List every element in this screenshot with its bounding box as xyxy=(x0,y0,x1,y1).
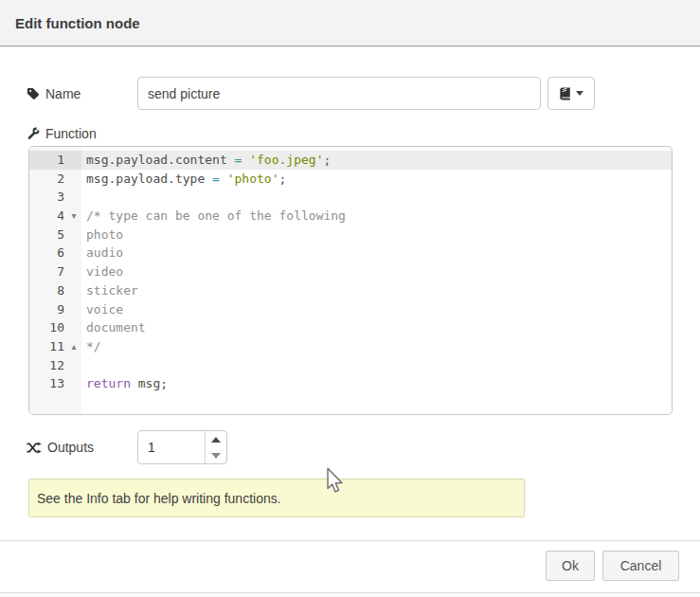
code-text: photo xyxy=(81,226,672,244)
fold-up-icon[interactable]: ▴ xyxy=(66,337,81,356)
outputs-input[interactable] xyxy=(138,431,205,463)
spinner-up-button[interactable] xyxy=(206,431,226,447)
code-line[interactable]: 6audio xyxy=(29,244,672,262)
library-button[interactable] xyxy=(547,77,595,110)
book-icon xyxy=(559,87,571,100)
code-text: msg.payload.type = 'photo'; xyxy=(81,170,672,189)
cancel-button[interactable]: Cancel xyxy=(602,551,679,581)
code-text: voice xyxy=(81,300,672,319)
name-input[interactable] xyxy=(137,77,541,110)
gutter-cell: 4▾ xyxy=(29,207,81,226)
code-text xyxy=(81,356,672,375)
spinner-down-button[interactable] xyxy=(206,447,226,463)
line-number: 8 xyxy=(29,281,64,300)
gutter-cell: 10 xyxy=(29,318,81,337)
code-text: sticker xyxy=(81,281,672,300)
gutter-cell: 8 xyxy=(29,281,81,300)
line-number: 1 xyxy=(29,151,64,170)
code-line[interactable]: 10document xyxy=(29,318,672,337)
dialog-title: Edit function node xyxy=(15,0,140,46)
code-text: audio xyxy=(81,244,672,262)
arrow-up-icon xyxy=(211,437,221,443)
outputs-spinner xyxy=(137,430,227,464)
gutter-cell: 12 xyxy=(29,356,81,375)
code-line[interactable]: 13return msg; xyxy=(29,374,672,393)
code-text: /* type can be one of the following xyxy=(81,207,672,226)
code-line[interactable]: 8sticker xyxy=(29,281,672,300)
line-number: 12 xyxy=(29,356,64,375)
code-line[interactable]: 7video xyxy=(29,262,672,281)
gutter-cell: 1 xyxy=(29,151,81,170)
info-tip-text: See the Info tab for help writing functi… xyxy=(37,491,281,506)
info-tip-box: See the Info tab for help writing functi… xyxy=(28,479,525,517)
line-number: 13 xyxy=(29,374,64,393)
code-text: */ xyxy=(81,337,672,356)
code-line[interactable]: 11▴*/ xyxy=(29,337,672,356)
caret-down-icon xyxy=(576,91,583,96)
function-label-text: Function xyxy=(45,126,97,141)
code-line[interactable]: 5photo xyxy=(29,226,672,244)
code-line[interactable]: 3 xyxy=(29,188,672,207)
fold-down-icon[interactable]: ▾ xyxy=(66,207,81,226)
name-label: Name xyxy=(27,77,81,110)
code-text: document xyxy=(81,318,672,337)
code-line[interactable]: 2msg.payload.type = 'photo'; xyxy=(29,170,672,189)
line-number: 5 xyxy=(29,226,64,244)
code-text: msg.payload.content = 'foo.jpeg'; xyxy=(81,151,672,170)
gutter-cell: 5 xyxy=(29,226,81,244)
code-line[interactable]: 9voice xyxy=(29,300,672,319)
code-line[interactable]: 12 xyxy=(29,356,672,375)
dialog-header: Edit function node xyxy=(0,0,700,46)
code-line[interactable]: 1msg.payload.content = 'foo.jpeg'; xyxy=(29,151,672,170)
line-number: 4 xyxy=(29,207,64,226)
gutter-cell: 11▴ xyxy=(29,337,81,356)
shuffle-icon xyxy=(27,442,42,454)
gutter-cell: 13 xyxy=(29,374,81,393)
outputs-label: Outputs xyxy=(27,430,94,464)
line-number: 2 xyxy=(29,170,64,189)
tag-icon xyxy=(27,87,40,100)
code-line[interactable]: 4▾/* type can be one of the following xyxy=(29,207,672,226)
line-number: 11 xyxy=(29,337,64,356)
line-number: 3 xyxy=(29,188,64,207)
spinner-buttons xyxy=(205,431,226,463)
name-label-text: Name xyxy=(45,86,81,101)
gutter-cell: 2 xyxy=(29,170,81,189)
wrench-icon xyxy=(27,127,40,140)
page-background-strip xyxy=(0,593,700,597)
outputs-label-text: Outputs xyxy=(47,440,94,455)
line-number: 7 xyxy=(29,262,64,281)
gutter-cell: 7 xyxy=(29,262,81,281)
arrow-down-icon xyxy=(211,453,221,459)
function-code-editor[interactable]: 1msg.payload.content = 'foo.jpeg';2msg.p… xyxy=(28,146,673,415)
line-number: 6 xyxy=(29,244,64,262)
gutter-cell: 9 xyxy=(29,300,81,319)
edit-function-dialog: Edit function node Name Function 1msg.pa… xyxy=(0,0,700,597)
code-text xyxy=(81,188,672,207)
ok-button[interactable]: Ok xyxy=(546,551,595,581)
line-number: 10 xyxy=(29,318,64,337)
gutter-cell: 6 xyxy=(29,244,81,262)
code-text: video xyxy=(81,262,672,281)
line-number: 9 xyxy=(29,300,64,319)
gutter-cell: 3 xyxy=(29,188,81,207)
function-label: Function xyxy=(27,124,97,143)
editor-code-lines: 1msg.payload.content = 'foo.jpeg';2msg.p… xyxy=(29,151,672,393)
footer-divider xyxy=(0,540,700,541)
code-text: return msg; xyxy=(81,374,672,393)
